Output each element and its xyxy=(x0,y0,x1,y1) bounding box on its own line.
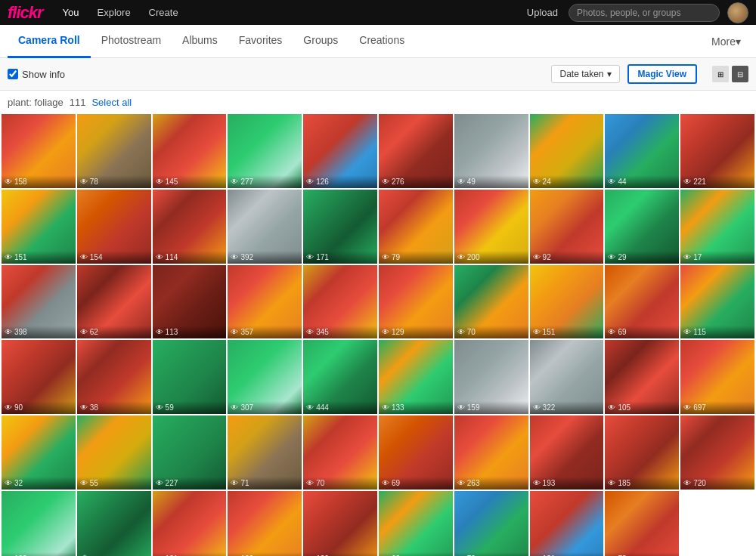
tab-groups[interactable]: Groups xyxy=(293,25,349,58)
more-button[interactable]: More ▾ xyxy=(704,25,748,58)
photo-cell[interactable]: 👁63 xyxy=(379,491,453,556)
view-toggle: ⊞ ⊟ xyxy=(712,66,748,82)
photo-cell[interactable]: 👁70 xyxy=(303,415,377,490)
eye-icon: 👁 xyxy=(5,328,12,336)
photo-cell[interactable]: 👁307 xyxy=(228,340,302,414)
tab-photostream[interactable]: Photostream xyxy=(91,25,172,58)
photo-cell[interactable]: 👁114 xyxy=(153,190,227,264)
photo-cell[interactable]: 👁59 xyxy=(153,340,227,414)
photo-cell[interactable]: 👁70 xyxy=(454,265,528,339)
photo-cell[interactable]: 👁697 xyxy=(680,340,754,414)
photo-cell[interactable]: 👁29 xyxy=(605,190,679,264)
view-count: 263 xyxy=(467,479,480,487)
photo-grid: 👁158👁78👁145👁277👁126👁276👁49👁24👁44👁221👁151… xyxy=(0,114,756,556)
photo-cell[interactable]: 👁221 xyxy=(680,114,754,188)
photo-cell[interactable]: 👁126 xyxy=(303,114,377,188)
photo-cell[interactable]: 👁62 xyxy=(77,265,151,339)
photo-cell[interactable]: 👁183 xyxy=(2,491,76,556)
nav-explore[interactable]: Explore xyxy=(88,0,140,25)
search-input[interactable] xyxy=(569,4,720,22)
grid-view-button[interactable]: ⊞ xyxy=(712,66,729,82)
photo-cell[interactable]: 👁105 xyxy=(605,340,679,414)
magic-view-button[interactable]: Magic View xyxy=(627,64,697,84)
photo-cell[interactable]: 👁90 xyxy=(2,340,76,414)
tab-favorites[interactable]: Favorites xyxy=(228,25,293,58)
tab-camera-roll[interactable]: Camera Roll xyxy=(8,25,91,58)
photo-cell[interactable]: 👁151 xyxy=(530,265,604,339)
photo-cell[interactable]: 👁145 xyxy=(153,114,227,188)
photo-cell[interactable]: 👁133 xyxy=(379,340,453,414)
photo-cell[interactable]: 👁357 xyxy=(228,265,302,339)
photo-cell[interactable]: 👁263 xyxy=(454,415,528,490)
photo-cell[interactable]: 👁73 xyxy=(605,491,679,556)
flickr-logo[interactable]: flickr xyxy=(8,3,43,23)
photo-cell[interactable]: 👁154 xyxy=(77,190,151,264)
eye-icon: 👁 xyxy=(382,403,389,412)
view-count: 345 xyxy=(316,328,329,336)
compact-view-button[interactable]: ⊟ xyxy=(732,66,748,82)
select-all-link[interactable]: Select all xyxy=(91,97,132,108)
photo-cell[interactable]: 👁322 xyxy=(530,340,604,414)
photo-cell[interactable]: 👁277 xyxy=(228,114,302,188)
eye-icon: 👁 xyxy=(608,328,615,336)
photo-cell[interactable]: 👁49 xyxy=(454,114,528,188)
photo-cell[interactable]: 👁79 xyxy=(379,190,453,264)
photo-cell[interactable]: 👁38 xyxy=(77,340,151,414)
photo-cell[interactable]: 👁193 xyxy=(530,415,604,490)
photo-count: 111 xyxy=(70,97,86,108)
show-info-label[interactable]: Show info xyxy=(8,69,65,80)
photo-cell[interactable]: 👁32 xyxy=(2,415,76,490)
photo-cell[interactable]: 👁185 xyxy=(605,415,679,490)
photo-cell[interactable]: 👁131 xyxy=(530,491,604,556)
photo-cell[interactable]: 👁444 xyxy=(303,340,377,414)
photo-cell[interactable]: 👁69 xyxy=(605,265,679,339)
photo-cell[interactable]: 👁345 xyxy=(303,265,377,339)
show-info-checkbox[interactable] xyxy=(8,69,18,79)
tab-albums[interactable]: Albums xyxy=(172,25,228,58)
photo-cell[interactable]: 👁129 xyxy=(379,265,453,339)
date-taken-button[interactable]: Date taken ▾ xyxy=(551,65,619,83)
photo-cell[interactable]: 👁398 xyxy=(2,265,76,339)
photo-cell[interactable]: 👁171 xyxy=(303,190,377,264)
photo-cell[interactable]: 👁113 xyxy=(153,265,227,339)
photo-cell[interactable]: 👁44 xyxy=(605,114,679,188)
photo-cell[interactable]: 👁200 xyxy=(454,190,528,264)
photo-cell[interactable]: 👁17 xyxy=(680,190,754,264)
nav-create[interactable]: Create xyxy=(140,0,187,25)
photo-cell[interactable]: 👁78 xyxy=(77,114,151,188)
photo-cell[interactable]: 👁72 xyxy=(454,491,528,556)
view-count: 69 xyxy=(618,328,626,336)
photo-cell[interactable]: 👁131 xyxy=(153,491,227,556)
photo-cell[interactable]: 👁392 xyxy=(228,190,302,264)
chevron-down-icon: ▾ xyxy=(736,36,741,48)
view-count: 29 xyxy=(618,253,626,261)
photo-cell[interactable]: 👁136 xyxy=(228,491,302,556)
photo-cell[interactable]: 👁276 xyxy=(379,114,453,188)
view-count: 276 xyxy=(392,178,404,186)
avatar[interactable] xyxy=(727,2,748,23)
photo-cell[interactable]: 👁55 xyxy=(77,415,151,490)
photo-cell[interactable]: 👁158 xyxy=(2,114,76,188)
view-count: 200 xyxy=(467,253,480,261)
view-count: 114 xyxy=(166,253,178,261)
nav-you[interactable]: You xyxy=(54,0,88,25)
photo-cell[interactable]: 👁720 xyxy=(680,415,754,490)
tab-creations[interactable]: Creations xyxy=(349,25,415,58)
eye-icon: 👁 xyxy=(80,253,88,261)
eye-icon: 👁 xyxy=(533,328,541,336)
photo-cell[interactable]: 🔒 xyxy=(77,491,151,556)
photo-cell[interactable]: 👁151 xyxy=(2,190,76,264)
photo-cell[interactable]: 👁71 xyxy=(228,415,302,490)
photo-cell[interactable]: 👁227 xyxy=(153,415,227,490)
photo-cell[interactable]: 👁115 xyxy=(680,265,754,339)
eye-icon: 👁 xyxy=(608,178,615,186)
photo-cell[interactable]: 👁69 xyxy=(379,415,453,490)
photo-cell[interactable]: 👁130 xyxy=(303,491,377,556)
photo-cell[interactable]: 👁24 xyxy=(530,114,604,188)
eye-icon: 👁 xyxy=(156,253,163,261)
eye-icon: 👁 xyxy=(156,479,163,487)
upload-button[interactable]: Upload xyxy=(516,0,569,25)
photo-cell[interactable]: 👁159 xyxy=(454,340,528,414)
view-count: 55 xyxy=(90,479,98,487)
photo-cell[interactable]: 👁92 xyxy=(530,190,604,264)
